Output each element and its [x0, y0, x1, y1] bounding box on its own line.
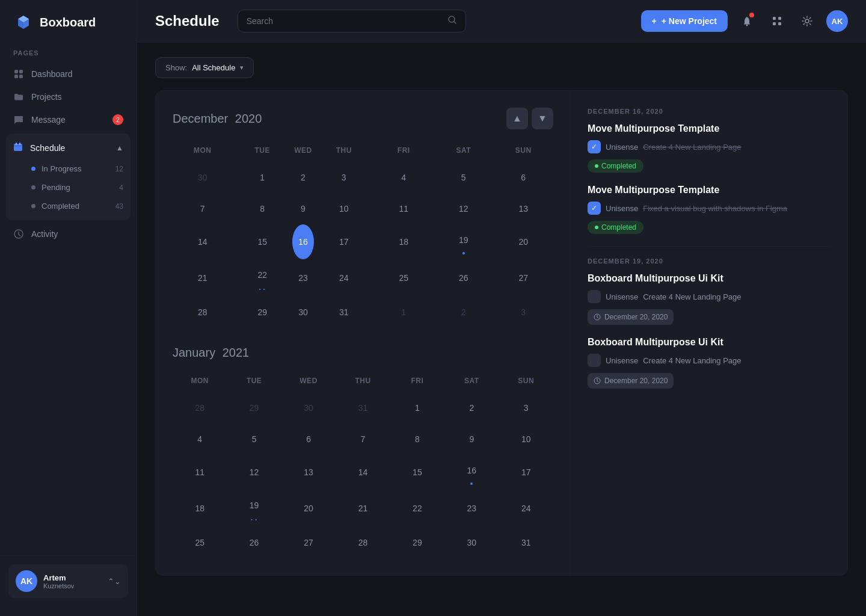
calendar-day[interactable]: 2 [292, 162, 314, 193]
calendar-day[interactable]: 4 [173, 424, 227, 455]
calendar-day[interactable]: 25 [374, 259, 434, 297]
calendar-day[interactable]: 14 [173, 224, 233, 259]
calendar-day[interactable]: 3 [499, 392, 553, 424]
notifications-button[interactable] [736, 10, 758, 32]
calendar-day[interactable]: 15 [390, 455, 444, 490]
calendar-day[interactable]: 25 [173, 527, 227, 558]
calendar-day[interactable]: 10 [314, 193, 374, 224]
calendar-day[interactable]: 1 [233, 162, 293, 193]
user-section: AK Artem Kuznetsov ⌃⌄ [0, 555, 137, 604]
calendar-day[interactable]: 10 [499, 424, 553, 455]
calendar-day[interactable]: 6 [281, 424, 336, 455]
calendar-day[interactable]: 3 [314, 162, 374, 193]
calendar-day[interactable]: 31 [499, 527, 553, 558]
calendar-day[interactable]: 19 [227, 490, 281, 527]
calendar-day[interactable]: 18 [374, 224, 434, 259]
chevron-down-icon: ▾ [240, 64, 244, 72]
calendar-day[interactable]: 17 [314, 224, 374, 259]
calendar-day[interactable]: 29 [233, 297, 293, 328]
calendar-day[interactable]: 7 [173, 193, 233, 224]
user-avatar-button[interactable]: AK [826, 10, 848, 32]
calendar-day[interactable]: 21 [173, 259, 233, 297]
message-badge: 2 [112, 114, 123, 125]
calendar-day[interactable]: 23 [292, 259, 314, 297]
calendar-day[interactable]: 19 [434, 224, 494, 259]
calendar-day[interactable]: 22 [233, 259, 293, 297]
calendar-day[interactable]: 12 [434, 193, 494, 224]
sidebar-item-in-progress[interactable]: In Progress 12 [6, 159, 131, 178]
calendar-day[interactable]: 8 [233, 193, 293, 224]
calendar-day[interactable]: 27 [494, 259, 554, 297]
calendar-day[interactable]: 4 [374, 162, 434, 193]
calendar-day[interactable]: 31 [314, 297, 374, 328]
sidebar-item-projects[interactable]: Projects [0, 85, 137, 108]
calendar-day[interactable]: 22 [390, 490, 444, 527]
sidebar-item-pending[interactable]: Pending 4 [6, 178, 131, 197]
next-month-button[interactable]: ▼ [532, 108, 553, 129]
calendar-day[interactable]: 7 [336, 424, 390, 455]
calendar-day[interactable]: 2 [434, 297, 494, 328]
calendar-day[interactable]: 1 [390, 392, 444, 424]
calendar-day[interactable]: 30 [292, 297, 314, 328]
sidebar-item-activity[interactable]: Activity [0, 223, 137, 245]
sidebar-item-message[interactable]: Message 2 [0, 108, 137, 131]
calendar-day[interactable]: 28 [173, 392, 227, 424]
calendar-day[interactable]: 13 [281, 455, 336, 490]
calendar-day[interactable]: 26 [434, 259, 494, 297]
chevron-up-icon: ▲ [116, 144, 123, 152]
prev-month-button[interactable]: ▲ [506, 108, 528, 129]
svg-rect-4 [19, 75, 23, 78]
calendar-day[interactable]: 9 [444, 424, 499, 455]
calendar-day[interactable]: 28 [173, 297, 233, 328]
calendar-day[interactable]: 21 [336, 490, 390, 527]
activity-label: Activity [31, 229, 58, 239]
calendar-day[interactable]: 18 [173, 490, 227, 527]
sidebar-item-dashboard[interactable]: Dashboard [0, 63, 137, 85]
calendar-day[interactable]: 24 [314, 259, 374, 297]
weekday-mon: MON [173, 373, 227, 392]
calendar-day[interactable]: 28 [336, 527, 390, 558]
calendar-day[interactable]: 29 [227, 392, 281, 424]
filter-dropdown[interactable]: Show: All Schedule ▾ [155, 57, 254, 78]
calendar-day[interactable]: 31 [336, 392, 390, 424]
sidebar-item-schedule[interactable]: Schedule ▲ [6, 137, 131, 158]
calendar-day[interactable]: 12 [227, 455, 281, 490]
task-desc-4: Create 4 New Landing Page [643, 356, 741, 365]
calendar-day[interactable]: 27 [281, 527, 336, 558]
calendar-day[interactable]: 1 [374, 297, 434, 328]
calendar-day[interactable]: 5 [227, 424, 281, 455]
calendar-day[interactable]: 26 [227, 527, 281, 558]
task-card-3: Boxboard Multipurpose Ui Kit Unisense Cr… [588, 273, 831, 325]
settings-button[interactable] [796, 10, 818, 32]
calendar-day[interactable]: 16 [444, 455, 499, 490]
task-meta-4: Unisense Create 4 New Landing Page [588, 354, 831, 367]
calendar-day[interactable]: 29 [390, 527, 444, 558]
sidebar-item-completed[interactable]: Completed 43 [6, 197, 131, 215]
calendar-day[interactable]: 9 [292, 193, 314, 224]
calendar-day[interactable]: 24 [499, 490, 553, 527]
calendar-day[interactable]: 16 [292, 224, 314, 259]
calendar-day[interactable]: 8 [390, 424, 444, 455]
calendar-day[interactable]: 11 [173, 455, 227, 490]
calendar-day[interactable]: 5 [434, 162, 494, 193]
calendar-day[interactable]: 30 [444, 527, 499, 558]
calendar-day[interactable]: 17 [499, 455, 553, 490]
search-input[interactable] [247, 16, 443, 26]
calendar-day[interactable]: 20 [281, 490, 336, 527]
calendar-day[interactable]: 14 [336, 455, 390, 490]
calendar-day[interactable]: 30 [173, 162, 233, 193]
calendar-day[interactable]: 13 [494, 193, 554, 224]
calendar-day[interactable]: 2 [444, 392, 499, 424]
calendar-day[interactable]: 3 [494, 297, 554, 328]
user-card[interactable]: AK Artem Kuznetsov ⌃⌄ [8, 564, 128, 598]
logo[interactable]: Boxboard [0, 12, 137, 49]
calendar-day[interactable]: 15 [233, 224, 293, 259]
calendar-day[interactable]: 23 [444, 490, 499, 527]
calendar-day[interactable]: 6 [494, 162, 554, 193]
calendar-day[interactable]: 30 [281, 392, 336, 424]
search-bar[interactable] [238, 10, 466, 32]
calendar-day[interactable]: 11 [374, 193, 434, 224]
new-project-button[interactable]: + + New Project [641, 10, 728, 32]
grid-button[interactable] [766, 10, 788, 32]
calendar-day[interactable]: 20 [494, 224, 554, 259]
